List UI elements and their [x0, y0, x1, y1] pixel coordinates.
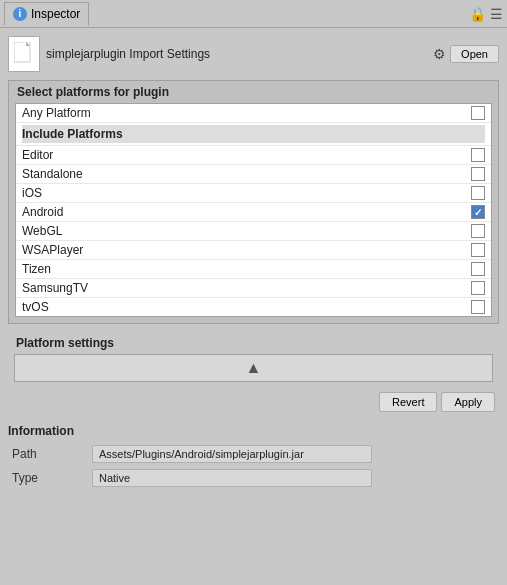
- file-info: simplejarplugin Import Settings: [8, 36, 210, 72]
- platform-android-label: Android: [22, 205, 471, 219]
- file-header: simplejarplugin Import Settings ⚙ Open: [8, 34, 499, 74]
- buttons-row: Revert Apply: [8, 390, 499, 414]
- title-bar: i Inspector 🔒 ☰: [0, 0, 507, 28]
- platform-android-checkbox[interactable]: [471, 205, 485, 219]
- platform-row-standalone: Standalone: [16, 165, 491, 184]
- file-icon: [8, 36, 40, 72]
- platform-samsungtv-label: SamsungTV: [22, 281, 471, 295]
- include-platforms-header: Include Platforms: [16, 123, 491, 146]
- platform-standalone-label: Standalone: [22, 167, 471, 181]
- platform-row-ios: iOS: [16, 184, 491, 203]
- open-button[interactable]: Open: [450, 45, 499, 63]
- platform-wsaplayer-label: WSAPlayer: [22, 243, 471, 257]
- platform-editor-label: Editor: [22, 148, 471, 162]
- any-platform-checkbox[interactable]: [471, 106, 485, 120]
- platform-settings-section: Platform settings ▲: [8, 332, 499, 384]
- platform-section-title: Select platforms for plugin: [9, 81, 498, 101]
- type-label: Type: [8, 466, 88, 490]
- platform-section: Select platforms for plugin Any Platform…: [8, 80, 499, 324]
- lock-icon[interactable]: 🔒: [469, 6, 486, 22]
- platform-webgl-checkbox[interactable]: [471, 224, 485, 238]
- inspector-tab-label: Inspector: [31, 7, 80, 21]
- file-actions: ⚙ Open: [433, 45, 499, 63]
- platform-ios-label: iOS: [22, 186, 471, 200]
- platform-wsaplayer-checkbox[interactable]: [471, 243, 485, 257]
- title-bar-actions: 🔒 ☰: [469, 6, 503, 22]
- path-value-cell: Assets/Plugins/Android/simplejarplugin.j…: [88, 442, 499, 466]
- platform-webgl-label: WebGL: [22, 224, 471, 238]
- platform-tizen-label: Tizen: [22, 262, 471, 276]
- platform-tvos-label: tvOS: [22, 300, 471, 314]
- path-value: Assets/Plugins/Android/simplejarplugin.j…: [92, 445, 372, 463]
- platform-row-wsaplayer: WSAPlayer: [16, 241, 491, 260]
- platform-row-tvos: tvOS: [16, 298, 491, 316]
- android-icon: ▲: [246, 359, 262, 377]
- info-row-type: Type Native: [8, 466, 499, 490]
- menu-icon[interactable]: ☰: [490, 6, 503, 22]
- platform-tizen-checkbox[interactable]: [471, 262, 485, 276]
- platform-row-samsungtv: SamsungTV: [16, 279, 491, 298]
- gear-icon[interactable]: ⚙: [433, 46, 446, 62]
- platform-settings-title: Platform settings: [8, 332, 499, 352]
- inspector-tab[interactable]: i Inspector: [4, 2, 89, 26]
- path-label: Path: [8, 442, 88, 466]
- platform-settings-bar: ▲: [14, 354, 493, 382]
- include-platforms-label: Include Platforms: [22, 125, 485, 143]
- platform-row-tizen: Tizen: [16, 260, 491, 279]
- platform-standalone-checkbox[interactable]: [471, 167, 485, 181]
- platform-row-editor: Editor: [16, 146, 491, 165]
- information-section: Information Path Assets/Plugins/Android/…: [8, 422, 499, 490]
- any-platform-row: Any Platform: [16, 104, 491, 123]
- content-area: simplejarplugin Import Settings ⚙ Open S…: [0, 28, 507, 585]
- inspector-window: i Inspector 🔒 ☰ simplejarplugin Import S…: [0, 0, 507, 585]
- file-name: simplejarplugin Import Settings: [46, 47, 210, 61]
- platform-table: Any Platform Include Platforms Editor St…: [15, 103, 492, 317]
- type-value-cell: Native: [88, 466, 499, 490]
- platform-tvos-checkbox[interactable]: [471, 300, 485, 314]
- apply-button[interactable]: Apply: [441, 392, 495, 412]
- type-value: Native: [92, 469, 372, 487]
- any-platform-label: Any Platform: [22, 106, 471, 120]
- platform-ios-checkbox[interactable]: [471, 186, 485, 200]
- info-table: Path Assets/Plugins/Android/simplejarplu…: [8, 442, 499, 490]
- inspector-tab-icon: i: [13, 7, 27, 21]
- platform-row-webgl: WebGL: [16, 222, 491, 241]
- information-title: Information: [8, 422, 499, 440]
- revert-button[interactable]: Revert: [379, 392, 437, 412]
- platform-row-android: Android: [16, 203, 491, 222]
- info-row-path: Path Assets/Plugins/Android/simplejarplu…: [8, 442, 499, 466]
- platform-editor-checkbox[interactable]: [471, 148, 485, 162]
- platform-samsungtv-checkbox[interactable]: [471, 281, 485, 295]
